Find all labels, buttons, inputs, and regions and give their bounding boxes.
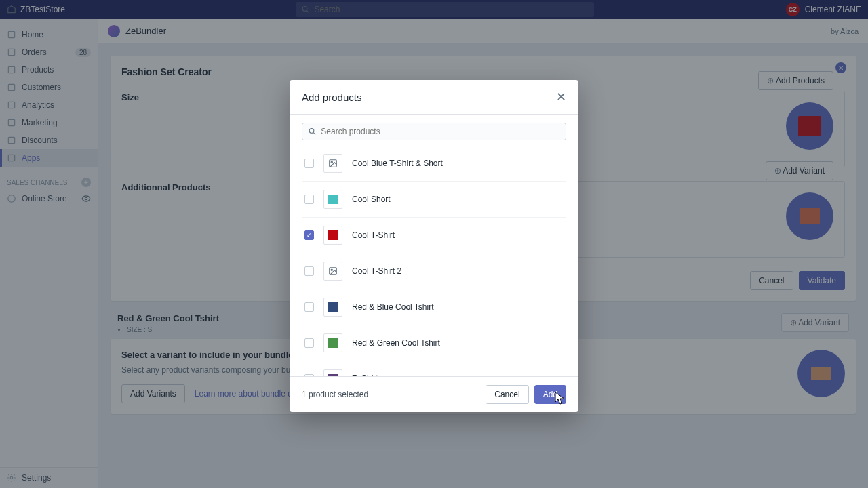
product-thumb [323, 298, 342, 317]
product-row[interactable]: Red & Blue Cool Tshirt [302, 289, 566, 325]
svg-point-13 [309, 129, 314, 134]
svg-line-14 [313, 133, 315, 135]
product-checkbox[interactable] [304, 302, 314, 312]
product-search-input[interactable] [321, 127, 560, 136]
product-checkbox[interactable] [304, 195, 314, 204]
add-button[interactable]: Add [534, 385, 566, 404]
product-name: Cool T-Shirt [352, 230, 395, 240]
product-thumb [323, 226, 342, 245]
product-row[interactable]: Cool T-Shirt 2 [302, 253, 566, 289]
product-list: Cool Blue T-Shirt & ShortCool ShortCool … [290, 146, 578, 376]
modal-overlay[interactable]: Add products ✕ Cool Blue T-Shirt & Short… [0, 0, 868, 488]
product-checkbox[interactable] [304, 159, 314, 168]
cancel-button[interactable]: Cancel [486, 385, 528, 404]
product-name: Red & Blue Cool Tshirt [352, 302, 434, 312]
image-placeholder-icon [323, 154, 342, 173]
product-search[interactable] [302, 123, 566, 140]
product-thumb [323, 190, 342, 209]
svg-point-18 [331, 269, 332, 270]
selected-count: 1 product selected [302, 390, 368, 399]
svg-point-16 [331, 161, 332, 163]
product-checkbox[interactable] [304, 266, 314, 276]
close-icon[interactable]: ✕ [556, 89, 566, 104]
product-name: Red & Green Cool Tshirt [352, 338, 440, 348]
product-thumb [323, 369, 342, 376]
product-row[interactable]: Red & Green Cool Tshirt [302, 325, 566, 361]
modal-title: Add products [302, 92, 361, 103]
product-thumb [323, 333, 342, 352]
product-row[interactable]: ZeShirt [302, 361, 566, 376]
product-row[interactable]: Cool T-Shirt [302, 217, 566, 253]
product-checkbox[interactable] [304, 338, 314, 348]
product-row[interactable]: Cool Blue T-Shirt & Short [302, 146, 566, 181]
product-row[interactable]: Cool Short [302, 181, 566, 217]
image-placeholder-icon [323, 262, 342, 281]
search-icon [308, 127, 317, 136]
product-checkbox[interactable] [304, 230, 314, 240]
product-name: Cool Blue T-Shirt & Short [352, 159, 443, 168]
add-products-modal: Add products ✕ Cool Blue T-Shirt & Short… [290, 80, 578, 412]
product-name: Cool T-Shirt 2 [352, 266, 401, 276]
product-name: Cool Short [352, 195, 391, 204]
